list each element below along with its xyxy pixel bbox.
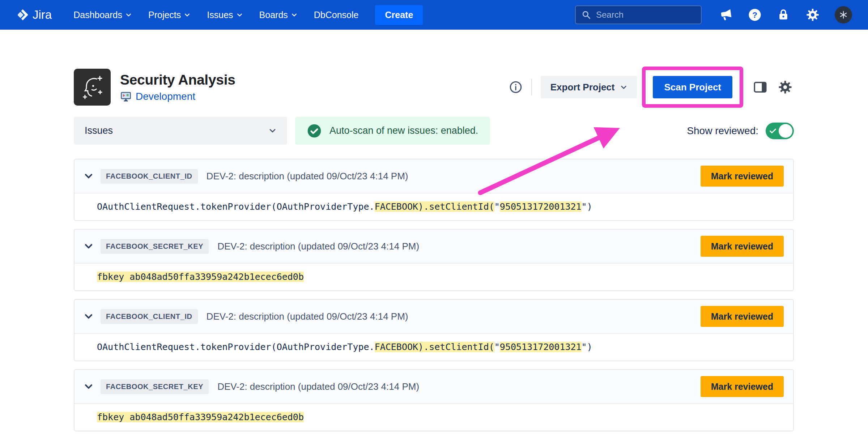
help-icon[interactable]: ? — [748, 8, 762, 22]
chevron-down-icon — [291, 12, 297, 18]
project-link-development[interactable]: Development — [120, 91, 235, 102]
nav-issues-label: Issues — [207, 10, 233, 20]
project-header: Security Analysis Development — [74, 67, 794, 108]
nav-boards-label: Boards — [259, 10, 288, 20]
check-icon — [769, 127, 777, 135]
collapse-chevron-icon[interactable] — [84, 312, 93, 321]
export-project-button[interactable]: Export Project — [541, 76, 637, 98]
issue-card: FACEBOOK_CLIENT_ID DEV-2: description (u… — [74, 299, 794, 361]
issue-card-header[interactable]: FACEBOOK_CLIENT_ID DEV-2: description (u… — [75, 159, 793, 193]
filter-row: Issues Auto-scan of new issues: enabled.… — [74, 117, 794, 145]
nav-projects-label: Projects — [148, 10, 181, 20]
autoscan-status-text: Auto-scan of new issues: enabled. — [329, 125, 478, 136]
search-input[interactable] — [595, 9, 695, 20]
chevron-down-icon — [237, 12, 243, 18]
nav-issues[interactable]: Issues — [207, 10, 242, 20]
lock-icon[interactable] — [777, 8, 791, 22]
secret-type-badge: FACEBOOK_SECRET_KEY — [101, 379, 209, 394]
mark-reviewed-button[interactable]: Mark reviewed — [701, 376, 784, 397]
secret-type-badge: FACEBOOK_CLIENT_ID — [101, 309, 198, 324]
issue-card-header[interactable]: FACEBOOK_SECRET_KEY DEV-2: description (… — [75, 370, 793, 404]
jira-logo-icon — [16, 8, 29, 21]
chevron-down-icon — [620, 84, 627, 91]
monitor-icon — [120, 91, 132, 102]
annotation-highlight-box: Scan Project — [642, 67, 743, 108]
issue-card-body: fbkey ab048ad50ffa33959a242b1ecec6ed0b — [75, 404, 793, 431]
show-reviewed-label: Show reviewed: — [687, 125, 758, 137]
issues-filter-label: Issues — [85, 125, 113, 136]
secret-code-line: OAuthClientRequest.tokenProvider(OAuthPr… — [97, 201, 592, 212]
info-icon[interactable] — [509, 80, 523, 94]
create-button[interactable]: Create — [375, 5, 423, 25]
issue-title: DEV-2: description (updated 09/Oct/23 4:… — [207, 311, 408, 322]
jira-logo[interactable]: Jira — [16, 8, 52, 22]
secret-code-line: OAuthClientRequest.tokenProvider(OAuthPr… — [97, 342, 592, 352]
main-nav: Dashboards Projects Issues Boards DbCons… — [73, 10, 358, 20]
project-avatar — [74, 69, 111, 106]
jira-logo-text: Jira — [33, 8, 52, 22]
issue-card: FACEBOOK_SECRET_KEY DEV-2: description (… — [74, 369, 794, 431]
scan-project-button[interactable]: Scan Project — [653, 76, 732, 98]
nav-dashboards-label: Dashboards — [73, 10, 122, 20]
toggle-knob — [779, 124, 792, 138]
export-project-label: Export Project — [550, 82, 615, 93]
search-box[interactable] — [575, 5, 702, 24]
search-icon — [582, 10, 591, 20]
issue-card-body: fbkey ab048ad50ffa33959a242b1ecec6ed0b — [75, 264, 793, 290]
collapse-chevron-icon[interactable] — [84, 171, 93, 181]
issue-card: FACEBOOK_CLIENT_ID DEV-2: description (u… — [74, 159, 794, 221]
issue-title: DEV-2: description (updated 09/Oct/23 4:… — [207, 171, 408, 182]
mark-reviewed-button[interactable]: Mark reviewed — [701, 306, 784, 327]
check-circle-icon — [307, 124, 322, 138]
mark-reviewed-button[interactable]: Mark reviewed — [701, 236, 784, 257]
secret-type-badge: FACEBOOK_CLIENT_ID — [101, 169, 198, 184]
divider — [531, 79, 532, 95]
chevron-down-icon — [184, 12, 190, 18]
show-reviewed-control: Show reviewed: — [687, 123, 794, 139]
issue-card-body: OAuthClientRequest.tokenProvider(OAuthPr… — [75, 193, 793, 220]
issue-title: DEV-2: description (updated 09/Oct/23 4:… — [217, 381, 419, 392]
page-title: Security Analysis — [120, 72, 235, 88]
autoscan-status-banner: Auto-scan of new issues: enabled. — [295, 117, 490, 145]
chevron-down-icon — [125, 12, 132, 18]
secret-code-line: fbkey ab048ad50ffa33959a242b1ecec6ed0b — [97, 272, 304, 282]
nav-boards[interactable]: Boards — [259, 10, 297, 20]
nav-projects[interactable]: Projects — [148, 10, 190, 20]
svg-text:?: ? — [752, 10, 757, 20]
collapse-chevron-icon[interactable] — [84, 382, 93, 391]
issue-title: DEV-2: description (updated 09/Oct/23 4:… — [217, 241, 419, 252]
issue-card-header[interactable]: FACEBOOK_SECRET_KEY DEV-2: description (… — [75, 230, 793, 264]
collapse-chevron-icon[interactable] — [84, 242, 93, 251]
issue-cards-list: FACEBOOK_CLIENT_ID DEV-2: description (u… — [74, 159, 794, 431]
user-avatar[interactable] — [835, 6, 852, 24]
project-link-label: Development — [136, 91, 195, 102]
announcements-megaphone-icon[interactable] — [718, 7, 734, 23]
chevron-down-icon — [269, 127, 276, 135]
issues-filter-dropdown[interactable]: Issues — [74, 117, 287, 145]
secret-type-badge: FACEBOOK_SECRET_KEY — [101, 239, 209, 254]
details-panel-icon[interactable] — [753, 79, 769, 95]
top-navbar: Jira Dashboards Projects Issues Boards — [0, 0, 868, 30]
issue-card-header[interactable]: FACEBOOK_CLIENT_ID DEV-2: description (u… — [75, 300, 793, 334]
issue-card-body: OAuthClientRequest.tokenProvider(OAuthPr… — [75, 334, 793, 361]
nav-dashboards[interactable]: Dashboards — [73, 10, 132, 20]
mark-reviewed-button[interactable]: Mark reviewed — [701, 166, 784, 187]
settings-gear-icon[interactable] — [806, 8, 820, 22]
show-reviewed-toggle[interactable] — [766, 123, 794, 139]
main-content: Security Analysis Development — [0, 30, 868, 431]
nav-dbconsole-label: DbConsole — [314, 10, 359, 20]
page-settings-gear-icon[interactable] — [778, 79, 794, 95]
secret-code-line: fbkey ab048ad50ffa33959a242b1ecec6ed0b — [97, 412, 304, 422]
nav-dbconsole[interactable]: DbConsole — [314, 10, 359, 20]
issue-card: FACEBOOK_SECRET_KEY DEV-2: description (… — [74, 229, 794, 291]
